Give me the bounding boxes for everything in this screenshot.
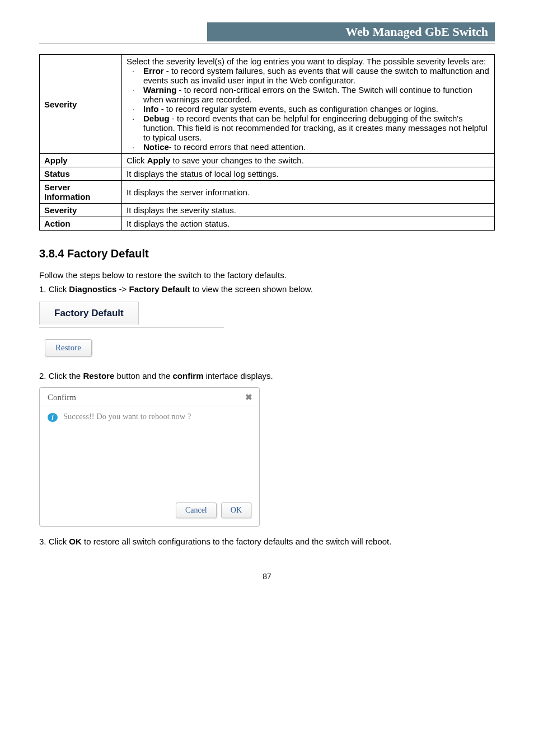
step2-b1: Restore: [83, 371, 114, 381]
cell-severity2-label: Severity: [40, 204, 122, 217]
settings-table: Severity Select the severity level(s) of…: [39, 54, 495, 231]
step1-mid: ->: [116, 284, 129, 294]
cancel-button[interactable]: Cancel: [176, 503, 217, 518]
term-info: Info: [143, 104, 159, 114]
info-icon: i: [48, 413, 58, 422]
dialog-body: i Success!! Do you want to reboot now ?: [40, 406, 259, 497]
step3-b1: OK: [69, 537, 82, 546]
section-heading: 3.8.4 Factory Default: [39, 247, 495, 260]
severity-item: · Debug - to record events that can be h…: [132, 114, 490, 142]
cell-apply-label: Apply: [40, 154, 122, 167]
step2-post: interface displays.: [204, 371, 273, 381]
header-rule: [39, 44, 495, 44]
factory-default-tab: Factory Default: [39, 302, 139, 325]
bullet-icon: ·: [132, 66, 143, 76]
term-warning: Warning: [143, 85, 176, 95]
term-error: Error: [143, 66, 164, 76]
cell-severity2-desc: It displays the severity status.: [122, 204, 495, 217]
ok-button[interactable]: OK: [221, 503, 251, 518]
page-number: 87: [39, 572, 495, 581]
dialog-titlebar: Confirm ✖: [40, 388, 259, 406]
apply-bold: Apply: [147, 156, 171, 165]
cell-status-desc: It displays the status of local log sett…: [122, 167, 495, 181]
severity-item: · Error - to record system failures, suc…: [132, 66, 490, 85]
bullet-icon: ·: [132, 114, 143, 123]
severity-intro: Select the severity level(s) of the log …: [127, 57, 490, 66]
rest-warning: - to record non-critical errors on the S…: [143, 85, 472, 104]
close-icon[interactable]: ✖: [245, 392, 252, 402]
table-row: Severity Select the severity level(s) of…: [40, 55, 495, 154]
server-label-2: Information: [44, 192, 91, 201]
severity-item: · Warning - to record non-critical error…: [132, 85, 490, 104]
cell-apply-desc: Click Apply to save your changes to the …: [122, 154, 495, 167]
dialog-footer: Cancel OK: [40, 497, 259, 526]
severity-item: · Notice- to record errors that need att…: [132, 142, 490, 152]
step2-mid: button and the: [114, 371, 172, 381]
cell-severity-label: Severity: [40, 55, 122, 154]
severity-item: · Info - to record regular system events…: [132, 104, 490, 114]
factory-default-tab-wrap: Factory Default: [39, 302, 495, 325]
term-debug: Debug: [143, 114, 170, 123]
step2-pre: 2. Click the: [39, 371, 83, 381]
step3-pre: 3. Click: [39, 537, 69, 546]
table-row: Apply Click Apply to save your changes t…: [40, 154, 495, 167]
paragraph-step2: 2. Click the Restore button and the conf…: [39, 371, 495, 381]
apply-post: to save your changes to the switch.: [170, 156, 303, 165]
cell-server-label: Server Information: [40, 181, 122, 204]
server-label-1: Server: [44, 182, 71, 192]
step1-post: to view the screen shown below.: [190, 284, 313, 294]
step1-b1: Diagnostics: [69, 284, 116, 294]
rest-info: - to record regular system events, such …: [159, 104, 438, 114]
term-notice: Notice: [143, 142, 169, 152]
bullet-icon: ·: [132, 85, 143, 95]
bullet-icon: ·: [132, 142, 143, 152]
rest-error: - to record system failures, such as eve…: [143, 66, 489, 85]
cell-action-desc: It displays the action status.: [122, 217, 495, 231]
paragraph-intro: Follow the steps below to restore the sw…: [39, 270, 495, 280]
dialog-title-text: Confirm: [48, 393, 76, 402]
restore-button[interactable]: Restore: [45, 339, 92, 356]
rest-debug: - to record events that can be helpful f…: [143, 114, 488, 142]
step2-b2: confirm: [173, 371, 204, 381]
tab-underline: [39, 327, 224, 328]
cell-status-label: Status: [40, 167, 122, 181]
bullet-icon: ·: [132, 104, 143, 114]
table-row: Status It displays the status of local l…: [40, 167, 495, 181]
paragraph-step1: 1. Click Diagnostics -> Factory Default …: [39, 284, 495, 294]
step1-pre: 1. Click: [39, 284, 69, 294]
table-row: Severity It displays the severity status…: [40, 204, 495, 217]
cell-action-label: Action: [40, 217, 122, 231]
dialog-message: Success!! Do you want to reboot now ?: [63, 412, 191, 421]
step1-b2: Factory Default: [129, 284, 190, 294]
table-row: Action It displays the action status.: [40, 217, 495, 231]
cell-server-desc: It displays the server information.: [122, 181, 495, 204]
paragraph-step3: 3. Click OK to restore all switch config…: [39, 537, 495, 546]
rest-notice: - to record errors that need attention.: [169, 142, 306, 152]
confirm-dialog: Confirm ✖ i Success!! Do you want to reb…: [39, 387, 260, 527]
header-banner: Web Managed GbE Switch: [207, 22, 495, 41]
cell-severity-desc: Select the severity level(s) of the log …: [122, 55, 495, 154]
apply-pre: Click: [127, 156, 147, 165]
step3-post: to restore all switch configurations to …: [82, 537, 392, 546]
table-row: Server Information It displays the serve…: [40, 181, 495, 204]
